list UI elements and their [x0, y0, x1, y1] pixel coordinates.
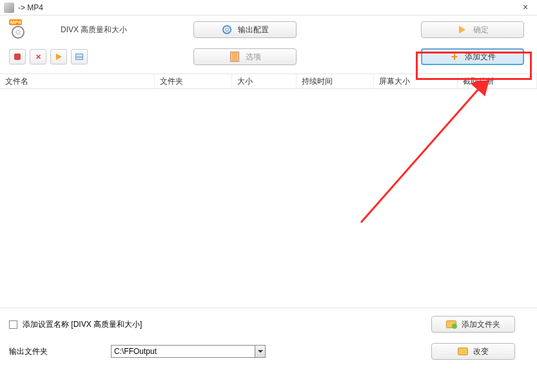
change-button[interactable]: 改变: [431, 343, 515, 360]
folder-icon: [458, 348, 468, 355]
play-icon: [56, 54, 62, 60]
output-folder-value: C:\FFOutput: [114, 347, 157, 356]
col-duration[interactable]: 持续时间: [297, 74, 374, 88]
add-folder-label: 添加文件夹: [462, 319, 500, 330]
titlebar: -> MP4 ×: [0, 0, 537, 15]
bottom-area: 添加设置名称 [DIVX 高质量和大小] 添加文件夹 输出文件夹 C:\FFOu…: [0, 308, 537, 368]
arrow-right-icon: [456, 24, 468, 35]
output-folder-label: 输出文件夹: [9, 346, 106, 357]
output-config-button[interactable]: 输出配置: [193, 21, 297, 38]
add-setting-checkbox[interactable]: [9, 320, 17, 329]
col-folder[interactable]: 文件夹: [155, 74, 232, 88]
ok-button[interactable]: 确定: [421, 21, 524, 38]
col-size[interactable]: 大小: [232, 74, 297, 88]
play-button[interactable]: [50, 49, 67, 64]
format-icon: MP4: [9, 21, 27, 39]
col-screensize[interactable]: 屏幕大小: [374, 74, 458, 88]
stop-icon: [14, 54, 21, 60]
col-filename[interactable]: 文件名: [0, 74, 155, 88]
folder-plus-icon: [446, 320, 456, 328]
top-row: MP4 DIVX 高质量和大小 输出配置 确定: [0, 15, 537, 44]
plus-icon: +: [449, 52, 460, 62]
table-header: 文件名 文件夹 大小 持续时间 屏幕大小 截取片断: [0, 74, 537, 89]
format-badge: MP4: [9, 19, 22, 25]
toolbar-row: ✕ 选项 + 添加文件: [0, 44, 537, 70]
clear-button[interactable]: ✕: [30, 49, 46, 64]
add-folder-button[interactable]: 添加文件夹: [431, 316, 515, 333]
add-file-button[interactable]: + 添加文件: [421, 48, 524, 65]
add-setting-label: 添加设置名称 [DIVX 高质量和大小]: [23, 319, 142, 330]
close-button[interactable]: ×: [518, 2, 533, 14]
change-label: 改变: [473, 346, 489, 357]
add-file-label: 添加文件: [465, 52, 496, 63]
options-button[interactable]: 选项: [193, 48, 297, 65]
x-icon: ✕: [35, 53, 41, 61]
output-folder-row: 输出文件夹 C:\FFOutput 改变: [9, 342, 528, 361]
output-folder-combo[interactable]: C:\FFOutput: [111, 345, 266, 358]
film-icon: [229, 51, 240, 63]
col-clip[interactable]: 截取片断: [458, 74, 537, 88]
table-body: [0, 89, 537, 308]
view-button[interactable]: [71, 49, 88, 64]
options-label: 选项: [246, 52, 261, 63]
remove-button[interactable]: [9, 49, 26, 64]
window-title: -> MP4: [18, 3, 43, 12]
app-icon: [4, 3, 14, 13]
grid-icon: [75, 54, 83, 60]
profile-label: DIVX 高质量和大小: [61, 24, 127, 35]
output-config-label: 输出配置: [238, 24, 269, 35]
reel-icon: [12, 26, 24, 39]
gear-icon: [221, 24, 233, 35]
ok-label: 确定: [473, 24, 489, 35]
chevron-down-icon[interactable]: [255, 346, 265, 357]
add-setting-row: 添加设置名称 [DIVX 高质量和大小] 添加文件夹: [9, 315, 528, 334]
